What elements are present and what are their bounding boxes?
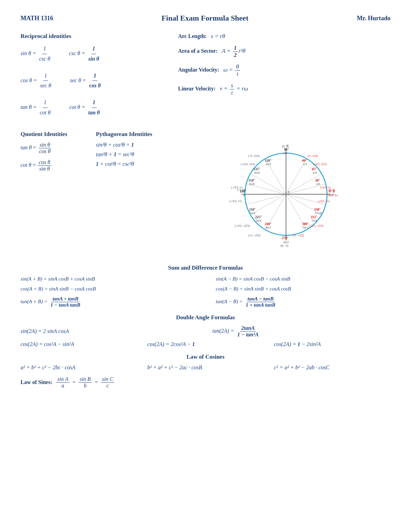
course-code: MATH 1316 — [21, 15, 53, 22]
csc-recip-formula: csc θ = 1 sin θ — [69, 44, 101, 64]
page-title: Final Exam Formula Sheet — [162, 14, 249, 23]
reciprocal-cos-row: cos θ = 1 sec θ sec θ = 1 cos θ — [21, 71, 164, 95]
tan-recip-formula: tan θ = 1 cot θ — [21, 98, 52, 118]
svg-text:315°: 315° — [311, 215, 317, 219]
cot-recip-formula: cot θ = 1 tan θ — [70, 98, 102, 118]
law-of-cosines-title: Law of Cosines — [21, 354, 390, 360]
svg-text:270°: 270° — [282, 236, 288, 240]
quotient-identities-title: Quotient Identities — [21, 131, 89, 138]
law-cosines-formulas: a² = b² + c² − 2bc · cosA b² = a² + c² −… — [21, 364, 390, 371]
svg-text:π/2: π/2 — [283, 151, 287, 155]
svg-text:90°: 90° — [284, 148, 289, 151]
svg-text:30°: 30° — [315, 178, 320, 182]
svg-line-62 — [250, 194, 286, 215]
double-angle-title: Double Angle Formulas — [21, 314, 390, 321]
instructor-name: Mr. Hurtado — [357, 15, 390, 22]
cos-double-formula-3: cos(2A) = 1 − 2sin²A — [274, 341, 390, 347]
tan-sum-diff-row: tan(A + B) = tanA + tanB 1 − tanA tanB t… — [21, 296, 390, 308]
svg-line-61 — [247, 194, 286, 205]
pyth-tan-sec: tan²θ + 1 = sec²θ — [96, 151, 175, 158]
cos-sum-formula: cos(A + B) = sinA sinB − cosA cosB — [21, 286, 195, 292]
law-of-cosines-section: Law of Cosines a² = b² + c² − 2bc · cosA… — [21, 354, 390, 389]
svg-line-57 — [286, 184, 325, 194]
page-header: MATH 1316 Final Exam Formula Sheet Mr. H… — [21, 14, 390, 23]
pythagorean-identities-section: Pythagorean Identities sin²θ + cos²θ = 1… — [96, 131, 175, 167]
tan-sum-formula: tan(A + B) = tanA + tanB 1 − tanA tanB — [21, 296, 195, 308]
svg-text:(-√2/2, -√2/2): (-√2/2, -√2/2) — [235, 224, 250, 227]
angular-velocity-formula: Angular Velocity: ω = θ t — [178, 63, 390, 77]
svg-text:(½, √3/2): (½, √3/2) — [308, 154, 318, 158]
sec-recip-formula: sec θ = 1 cos θ — [70, 71, 102, 91]
law-of-sines-section: Law of Sines: sin A a = sin B b = sin C … — [21, 376, 390, 389]
svg-text:225°: 225° — [255, 215, 262, 219]
svg-text:210°: 210° — [249, 208, 256, 211]
svg-text:5π/6: 5π/6 — [249, 182, 255, 186]
svg-text:(-½, √3/2): (-½, √3/2) — [248, 154, 260, 158]
svg-line-55 — [286, 159, 307, 194]
tan-quotient-formula: tan θ = sin θ cos θ — [21, 142, 89, 154]
svg-text:330°: 330° — [314, 208, 321, 211]
da-sin-tan-row: sin(2A) = 2 sinA cosA tan(2A) = 2tanA 1 … — [21, 325, 390, 338]
reciprocal-identities-section: Reciprocal identities sin θ = 1 csc θ cs… — [21, 33, 164, 124]
cos-recip-formula: cos θ = 1 sec θ — [21, 71, 53, 91]
svg-line-60 — [247, 184, 286, 194]
sin-double-formula: sin(2A) = 2 sinA cosA — [21, 328, 199, 334]
svg-text:π/3: π/3 — [303, 162, 307, 166]
sin-sum-formula: sin(A + B) = sinA cosB + cosA sinB — [21, 276, 195, 282]
svg-text:5π/4: 5π/4 — [256, 219, 262, 222]
svg-line-58 — [265, 159, 286, 194]
svg-text:3π/2: 3π/2 — [283, 240, 289, 244]
svg-line-63 — [265, 194, 286, 230]
law-cosines-b: b² = a² + c² − 2ac · cosB — [147, 364, 264, 371]
linear-velocity-formula: Linear Velocity: v = s t = rω — [178, 82, 390, 96]
svg-text:(-½, -√3/2): (-½, -√3/2) — [248, 234, 261, 237]
svg-text:(-√2/2, √2/2): (-√2/2, √2/2) — [241, 163, 255, 166]
sum-diff-section: sin(A + B) = sinA cosB + cosA sinB sin(A… — [21, 276, 390, 308]
pyth-cot-csc: 1 + cot²θ = csc²θ — [96, 161, 175, 167]
svg-text:7π/6: 7π/6 — [250, 211, 256, 215]
svg-text:π/4: π/4 — [313, 171, 317, 174]
svg-text:π/6: π/6 — [316, 182, 320, 186]
quotient-identities-section: Quotient Identities tan θ = sin θ cos θ … — [21, 131, 89, 172]
svg-text:5π/3: 5π/3 — [303, 226, 309, 229]
area-sector-formula: Area of a Sector: A = 12r²θ — [178, 45, 390, 59]
reciprocal-tan-row: tan θ = 1 cot θ cot θ = 1 tan θ — [21, 98, 164, 121]
reciprocal-sin-row: sin θ = 1 csc θ csc θ = 1 sin θ — [21, 44, 164, 67]
svg-text:(-√3/2, -½): (-√3/2, -½) — [229, 200, 242, 203]
arc-length-formula: Arc Length: s = rθ — [178, 33, 390, 40]
svg-line-64 — [286, 194, 307, 230]
svg-text:(√2/2, √2/2): (√2/2, √2/2) — [313, 163, 327, 166]
cos-diff-formula: cos(A − B) = sinA sinB + cosA cosB — [216, 286, 390, 292]
cot-quotient-formula: cot θ = cos θ sin θ — [21, 159, 89, 172]
svg-text:(0, 1): (0, 1) — [282, 145, 289, 148]
svg-text:(√2/2, -√2/2): (√2/2, -√2/2) — [309, 224, 324, 227]
svg-text:150°: 150° — [248, 178, 255, 182]
unit-circle-svg: x y 90° π/2 0° 0 360° 2π 180° π 270° 3π/… — [221, 131, 351, 258]
formulas-right-section: Arc Length: s = rθ Area of a Sector: A =… — [178, 33, 390, 124]
svg-line-65 — [286, 194, 322, 215]
svg-text:(√3/2, ½): (√3/2, ½) — [320, 186, 331, 189]
law-of-sines-label: Law of Sines: — [21, 379, 52, 385]
da-cos-row: cos(2A) = cos²A − sin²A cos(2A) = 2cos²A… — [21, 341, 390, 347]
svg-text:(0, -1): (0, -1) — [281, 244, 288, 247]
svg-text:135°: 135° — [253, 167, 260, 171]
tan-diff-formula: tan(A − B) = tanA − tanB 1 + tanA tanB — [216, 296, 390, 308]
cos-double-formula-1: cos(2A) = cos²A − sin²A — [21, 341, 137, 347]
svg-line-66 — [286, 194, 325, 205]
svg-text:360°  2π: 360° 2π — [328, 194, 338, 197]
svg-text:π: π — [243, 194, 245, 197]
sin-diff-formula: sin(A − B) = sinA cosB − cosA sinB — [216, 276, 390, 282]
svg-text:7π/4: 7π/4 — [311, 219, 317, 222]
svg-text:3π/4: 3π/4 — [254, 171, 260, 174]
svg-text:(-√3/2, ½): (-√3/2, ½) — [231, 186, 242, 189]
cos-double-formula-2: cos(2A) = 2cos²A − 1 — [147, 341, 264, 347]
svg-text:(√3/2, -½): (√3/2, -½) — [318, 200, 329, 203]
svg-text:45°: 45° — [312, 167, 316, 171]
law-cosines-a: a² = b² + c² − 2bc · cosA — [21, 364, 137, 371]
sin-sum-diff-row: sin(A + B) = sinA cosB + cosA sinB sin(A… — [21, 276, 390, 282]
unit-circle-container: x y 90° π/2 0° 0 360° 2π 180° π 270° 3π/… — [182, 131, 390, 258]
law-cosines-c: c² = a² + b² − 2ab · cosC — [274, 364, 390, 371]
sum-diff-title: Sum and Difference Formulas — [21, 264, 390, 271]
pyth-sin-cos: sin²θ + cos²θ = 1 — [96, 142, 175, 148]
cos-sum-diff-row: cos(A + B) = sinA sinB − cosA cosB cos(A… — [21, 286, 390, 292]
